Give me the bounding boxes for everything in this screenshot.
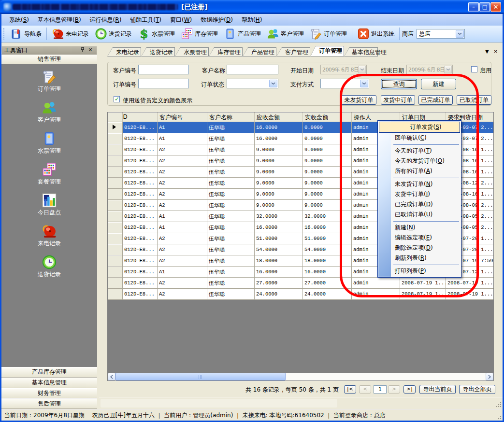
start-date-picker[interactable]: 2009年 6月 8日 [320,65,367,74]
row-selector-cell[interactable] [108,144,123,155]
main-panel: 来电记录 送货记录 水票管理 库存管理 产品管理 [99,42,503,408]
minimize-button[interactable]: – [468,2,479,12]
sidebar-item[interactable]: 套餐管理 [1,162,97,193]
toolbar-button[interactable]: 导航条 [7,27,44,41]
row-selector-cell[interactable] [108,211,123,222]
export-all-pages-button[interactable]: 导出全部页 [459,385,495,394]
tab[interactable]: 来电记录 [107,47,141,56]
row-selector-cell[interactable] [108,222,123,233]
row-selector-cell[interactable] [108,155,123,167]
chevron-down-icon[interactable] [269,80,277,87]
toolbar-button[interactable] [352,28,352,40]
tab[interactable]: 水票管理 [175,47,209,56]
row-selector-cell[interactable] [108,267,123,278]
resize-grip-icon [496,402,502,408]
close-sidebar-icon[interactable]: ✕ [86,47,94,54]
enable-checkbox[interactable] [471,66,477,72]
menu-bar-item[interactable]: 帮助(H) [237,14,266,26]
exit-icon [357,28,370,40]
tab[interactable]: 库存管理 [209,47,243,56]
row-selector-cell[interactable] [108,189,123,200]
window-title-redacted [13,4,178,10]
menu-bar-item[interactable]: 系统(S) [5,14,33,26]
menu-bar-item[interactable]: 窗口(W) [166,14,196,26]
grid-header-receivable[interactable]: 应收金额 [255,113,303,122]
pin-icon[interactable] [79,47,86,54]
customer-name-input[interactable] [227,65,278,74]
store-select[interactable]: 总店 [417,29,465,39]
sidebar-item[interactable]: 订单管理 [1,69,97,100]
row-selector-cell[interactable] [108,255,123,267]
menu-bar-item[interactable]: 基本信息管理(B) [33,14,86,26]
last-page-button[interactable]: >| [403,385,416,394]
sidebar-section-button[interactable]: 财务管理 [1,388,97,399]
order-status-select[interactable] [227,79,278,88]
toolbar-button[interactable]: 库存管理 [178,27,221,41]
menu-bar-item[interactable]: 数据维护(D) [196,14,237,26]
grid-header-id[interactable]: ID [123,113,158,122]
prev-page-button[interactable]: < [359,385,371,394]
horizontal-scrollbar[interactable] [108,373,493,380]
chevron-down-icon[interactable] [358,66,366,73]
toolbar-button[interactable]: 产品管理 [221,27,264,41]
maximize-button[interactable]: □ [479,2,490,12]
chevron-down-icon[interactable] [456,30,464,38]
tab[interactable]: 产品管理 [243,47,276,56]
first-page-button[interactable]: |< [344,385,356,394]
scroll-right-icon[interactable] [486,373,493,380]
toolbar-button[interactable]: 订单管理 [307,27,350,41]
chevron-down-icon[interactable] [444,66,452,73]
status-resize-grip-icon [496,414,502,420]
sidebar-item[interactable]: 客户管理 [1,100,97,131]
sidebar-section-button[interactable]: 基本信息管理 [1,378,97,388]
scrollbar-thumb[interactable] [115,373,286,380]
sidebar-item[interactable]: 今日盘点 [1,193,97,224]
people-icon [267,28,279,40]
delivery-color-checkbox[interactable] [114,96,120,102]
end-date-picker[interactable]: 2009年 6月 8日 [406,65,453,74]
tab[interactable]: 客户管理 [276,47,310,56]
row-selector-cell[interactable] [108,167,123,178]
page-number-input[interactable]: 1 [374,385,387,394]
grid-header-customer-no[interactable]: 客户编号 [158,113,207,122]
sidebar-item[interactable]: 送货记录 [1,254,97,285]
next-page-button[interactable]: > [388,385,400,394]
sidebar-item[interactable]: 水票管理 [1,131,97,162]
row-selector-cell[interactable] [108,133,123,144]
row-selector-cell[interactable] [108,244,123,255]
toolbar-button[interactable] [46,28,47,40]
grid-header-customer-name[interactable]: 客户名称 [207,113,255,122]
tab-list-dropdown-icon[interactable]: ▼ [485,49,489,54]
toolbar-button[interactable] [399,28,400,40]
row-selector-cell[interactable] [108,233,123,244]
sidebar-item[interactable]: 来电记录 [1,224,97,254]
close-button[interactable]: ✕ [490,2,501,12]
grid-icon [181,28,193,40]
menu-bar-item[interactable]: 运行信息(R) [86,14,126,26]
toolbar-button[interactable]: 来电记录 [49,27,92,41]
tab[interactable]: 基本信息管理 [344,47,378,56]
row-selector-cell[interactable] [108,122,123,133]
tab-close-icon[interactable]: ✕ [494,49,498,54]
row-selector-cell[interactable] [108,178,123,189]
menu-bar-item[interactable]: 辅助工具(T) [126,14,166,26]
row-selector-cell[interactable] [108,289,123,300]
delivery-color-label: 使用送货员定义的颜色展示 [123,97,192,105]
toolbar-button[interactable]: 送货记录 [92,27,135,41]
row-selector-cell[interactable] [108,200,123,211]
toolbar-button[interactable]: 客户管理 [264,27,307,41]
tab[interactable]: 送货记录 [141,47,175,56]
customer-no-input[interactable] [138,65,189,74]
sidebar-section-sales[interactable]: 销售管理 [1,55,97,64]
sidebar-section-button[interactable]: 售后管理 [1,398,97,409]
toolbar-button[interactable]: 退出系统 [354,27,397,41]
tab[interactable]: 订单管理 [310,46,344,56]
window-body: 系统(S)基本信息管理(B)运行信息(R)辅助工具(T)窗口(W)数据维护(D)… [1,14,503,421]
toolbar-grip[interactable] [3,28,5,40]
sidebar-section-button[interactable]: 产品库存管理 [1,367,97,378]
export-current-page-button[interactable]: 导出当前页 [419,385,456,394]
order-no-input[interactable] [138,79,189,88]
scroll-left-icon[interactable] [108,373,115,380]
row-selector-cell[interactable] [108,278,123,289]
toolbar-button[interactable]: $ 水票管理 [135,27,178,41]
